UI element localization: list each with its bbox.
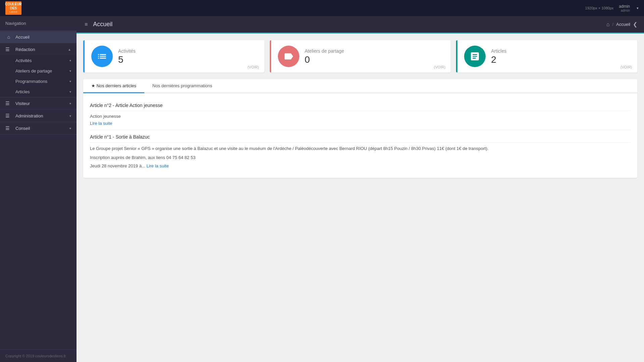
article-1-excerpt-2: Inscription auprès de Brahim, aux liens … [90,154,631,161]
activites-voir[interactable]: (VOIR) [247,65,259,69]
stat-card-ateliers: Ateliers de partage 0 (VOIR) [270,40,451,72]
activites-svg-icon [97,51,107,62]
tab-derniers-articles[interactable]: ★ Nos derniers articles [83,79,144,93]
articles-label: Articles [491,48,631,54]
logo-box: COULEUR DES LIENS [5,1,21,15]
administration-chevron: ▾ [69,114,71,118]
ateliers-arrow: ▾ [69,69,71,73]
layout: Navigation ⌂ Accueil ☰ Rédaction ▲ Activ… [0,16,644,362]
articles-arrow: ▾ [69,90,71,94]
home-icon: ⌂ [5,34,12,40]
administration-icon: ☰ [5,113,12,118]
sidebar-label-redaction: Rédaction [15,47,68,52]
ateliers-svg-icon [283,51,294,62]
ateliers-label: Ateliers de partage [305,48,444,54]
article-entry-1: Article n°1 - Sortie à Balazuc Le Groupe… [90,130,631,172]
page-header: ≡ Accueil ⌂ / Accueil ❮ [77,16,644,34]
articles-svg-icon [469,51,480,62]
visiteur-chevron: ▾ [69,102,71,105]
activites-label: Activités [118,48,258,54]
logo-line2: DES [10,6,17,10]
screen-info: 1920px × 1080px [585,6,614,10]
copyright-text: Copyright © 2019 couleursdesliens.fr [5,354,66,358]
logo-line1: COULEUR [5,2,21,6]
tab-content: Article n°2 - Article Action jeunesse Ac… [83,93,637,178]
sidebar-section-conseil: ☰ Conseil ▾ [0,122,77,135]
breadcrumb-collapse-button[interactable]: ❮ [633,21,637,28]
sidebar-menu: ⌂ Accueil ☰ Rédaction ▲ Activités ▾ Atel… [0,31,77,350]
sidebar-header-label: Navigation [5,21,26,26]
tabs-header: ★ Nos derniers articles Nos dernières pr… [83,79,637,93]
sidebar-item-accueil[interactable]: ⌂ Accueil [0,31,77,43]
article-1-date-line: Jeudi 28 novembre 2019 à... Lire la suit… [90,163,631,168]
sidebar-sublabel-programmations: Programmations [15,79,47,84]
logo: COULEUR DES LIENS [5,1,21,15]
sidebar-section-header-administration[interactable]: ☰ Administration ▾ [0,110,77,122]
activites-value: 5 [118,55,258,64]
breadcrumb-home-icon[interactable]: ⌂ [606,21,610,28]
sidebar-section-header-conseil[interactable]: ☰ Conseil ▾ [0,122,77,134]
sidebar-label-accueil: Accueil [15,35,71,40]
sidebar-sublabel-ateliers: Ateliers de partage [15,68,52,73]
conseil-icon: ☰ [5,125,12,131]
sidebar-item-articles[interactable]: Articles ▾ [0,87,77,97]
breadcrumb: ⌂ / Accueil ❮ [606,21,637,28]
article-entry-2: Article n°2 - Article Action jeunesse Ac… [90,99,631,130]
user-role: admin [621,9,630,12]
activites-info: Activités 5 [118,48,258,64]
sidebar-label-administration: Administration [15,113,69,118]
stat-card-activites: Activités 5 (VOIR) [83,40,264,72]
articles-icon-circle [464,46,486,67]
redaction-chevron: ▲ [68,48,71,51]
sidebar-sublabel-articles: Articles [15,89,30,94]
sidebar-section-header-visiteur[interactable]: ☰ Visiteur ▾ [0,97,77,109]
sidebar-item-activites[interactable]: Activités ▾ [0,55,77,66]
sidebar-sublabel-activites: Activités [15,58,32,63]
user-name: admin [619,4,630,9]
user-dropdown-arrow[interactable]: ▾ [637,6,639,10]
sidebar-label-conseil: Conseil [15,126,69,131]
tabs-section: ★ Nos derniers articles Nos dernières pr… [83,79,637,178]
sidebar-section-redaction: ☰ Rédaction ▲ Activités ▾ Ateliers de pa… [0,43,77,97]
tab-dernieres-programmations[interactable]: Nos dernières programmations [144,79,220,93]
sidebar: Navigation ⌂ Accueil ☰ Rédaction ▲ Activ… [0,16,77,362]
article-1-title: Article n°1 - Sortie à Balazuc [90,134,631,140]
page-header-left: ≡ Accueil [83,20,112,29]
sidebar-item-programmations[interactable]: Programmations ▾ [0,76,77,87]
tab-derniers-articles-label: ★ Nos derniers articles [91,83,136,88]
article-1-read-more[interactable]: Lire la suite [146,163,168,168]
logo-line3: LIENS [9,10,17,14]
articles-voir[interactable]: (VOIR) [621,65,632,69]
sidebar-section-header-redaction[interactable]: ☰ Rédaction ▲ [0,43,77,55]
user-menu[interactable]: admin admin [619,4,630,12]
article-1-separator [90,142,631,143]
article-2-title: Article n°2 - Article Action jeunesse [90,103,631,108]
sidebar-section-visiteur: ☰ Visiteur ▾ [0,97,77,110]
tab-dernieres-programmations-label: Nos dernières programmations [152,83,212,88]
article-2-separator [90,111,631,111]
topbar-right: 1920px × 1080px admin admin ▾ [585,4,639,12]
sidebar-item-ateliers[interactable]: Ateliers de partage ▾ [0,66,77,76]
articles-info: Articles 2 [491,48,631,64]
page-title: Accueil [93,21,112,28]
articles-value: 2 [491,55,631,64]
programmations-arrow: ▾ [69,80,71,83]
topbar: COULEUR DES LIENS 1920px × 1080px admin … [0,0,644,16]
sidebar-label-visiteur: Visiteur [15,101,69,106]
page-body: Activités 5 (VOIR) Ateliers de partage 0 [77,34,644,362]
ateliers-icon-circle [278,46,299,67]
sidebar-section-administration: ☰ Administration ▾ [0,110,77,122]
article-2-category: Action jeunesse [90,114,631,119]
hamburger-button[interactable]: ≡ [83,20,89,29]
redaction-icon: ☰ [5,47,12,52]
ateliers-voir[interactable]: (VOIR) [434,65,445,69]
article-2-read-more[interactable]: Lire la suite [90,121,631,126]
visiteur-icon: ☰ [5,101,12,106]
breadcrumb-current: Accueil [616,22,630,27]
stats-row: Activités 5 (VOIR) Ateliers de partage 0 [83,40,637,72]
sidebar-footer: Copyright © 2019 couleursdesliens.fr [0,350,77,362]
ateliers-value: 0 [305,55,444,64]
conseil-chevron: ▾ [69,126,71,130]
activites-icon-circle [91,46,113,67]
ateliers-info: Ateliers de partage 0 [305,48,444,64]
